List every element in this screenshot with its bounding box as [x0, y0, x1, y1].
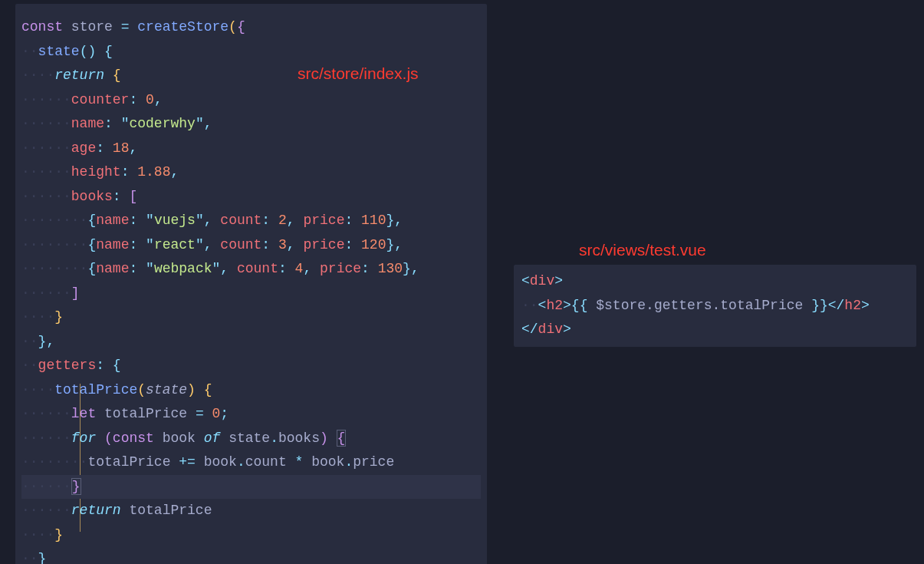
code-line[interactable]: ····} [21, 305, 481, 330]
code-line[interactable]: ··}, [21, 330, 481, 355]
code-line[interactable]: ······] [21, 282, 481, 306]
code-line[interactable]: <div> [521, 269, 909, 294]
code-line[interactable]: ······age: 18, [21, 137, 481, 161]
code-line[interactable]: ····} [21, 523, 481, 548]
file-label-left: src/store/index.js [298, 60, 419, 88]
code-line[interactable]: ······counter: 0, [21, 88, 481, 113]
code-line[interactable]: ······height: 1.88, [21, 160, 481, 185]
code-line[interactable]: const store = createStore({ [21, 15, 481, 40]
code-line[interactable]: ········{name: "react", count: 3, price:… [21, 233, 481, 258]
code-line[interactable]: </div> [521, 318, 909, 342]
code-line[interactable]: ····totalPrice(state) { [21, 378, 481, 403]
code-panel-right: <div> ··<h2>{{ $store.getters.totalPrice… [514, 265, 916, 347]
code-line[interactable]: ··getters: { [21, 354, 481, 378]
code-line[interactable]: ······let totalPrice = 0; [21, 402, 481, 427]
code-line[interactable]: ········{name: "webpack", count: 4, pric… [21, 257, 481, 282]
code-line[interactable]: ··<h2>{{ $store.getters.totalPrice }}</h… [521, 294, 909, 318]
code-line[interactable]: ······return totalPrice [21, 499, 481, 523]
code-line[interactable]: ······for (const book of state.books) { [21, 427, 481, 451]
code-line[interactable]: ······books: [ [21, 185, 481, 209]
code-line[interactable]: ······name: "coderwhy", [21, 112, 481, 137]
file-label-right: src/views/test.vue [579, 236, 706, 265]
code-line-active[interactable]: ······} [21, 475, 481, 500]
code-line[interactable]: ··} [21, 547, 481, 564]
code-line[interactable]: ········{name: "vuejs", count: 2, price:… [21, 209, 481, 233]
code-line[interactable]: ········totalPrice += book.count * book.… [21, 450, 481, 475]
